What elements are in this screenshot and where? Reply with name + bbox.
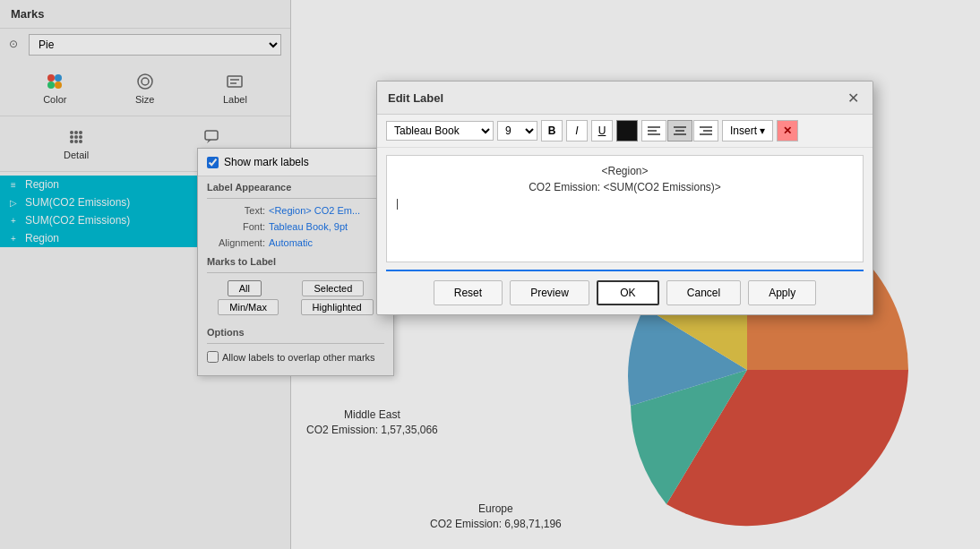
edit-label-dialog: Edit Label ✕ Tableau Book 9 B I U Insert…: [376, 81, 873, 315]
dialog-title: Edit Label: [388, 91, 443, 105]
preview-button[interactable]: Preview: [510, 280, 589, 305]
align-center-button[interactable]: [667, 120, 692, 142]
insert-button[interactable]: Insert ▾: [722, 120, 773, 142]
align-right-button[interactable]: [693, 120, 718, 142]
apply-button[interactable]: Apply: [748, 280, 816, 305]
dialog-footer: Reset Preview OK Cancel Apply: [377, 271, 873, 314]
editor-line-1: <Region>: [396, 163, 854, 179]
align-group: [641, 120, 718, 142]
dialog-toolbar: Tableau Book 9 B I U Insert ▾ ✕: [377, 115, 873, 148]
cancel-button[interactable]: Cancel: [666, 280, 741, 305]
font-family-select[interactable]: Tableau Book: [386, 121, 494, 141]
clear-button[interactable]: ✕: [777, 120, 798, 142]
dialog-close-button[interactable]: ✕: [844, 89, 862, 107]
color-swatch[interactable]: [616, 120, 638, 142]
font-size-select[interactable]: 9: [497, 121, 537, 141]
reset-button[interactable]: Reset: [434, 280, 503, 305]
editor-line-2: CO2 Emission: <SUM(CO2 Emissions)>: [396, 179, 854, 195]
dialog-editor[interactable]: <Region> CO2 Emission: <SUM(CO2 Emission…: [386, 155, 864, 262]
ok-button[interactable]: OK: [597, 280, 659, 305]
align-left-button[interactable]: [641, 120, 666, 142]
dialog-titlebar: Edit Label ✕: [377, 81, 873, 115]
italic-button[interactable]: I: [566, 120, 588, 142]
underline-button[interactable]: U: [591, 120, 613, 142]
bold-button[interactable]: B: [541, 120, 563, 142]
